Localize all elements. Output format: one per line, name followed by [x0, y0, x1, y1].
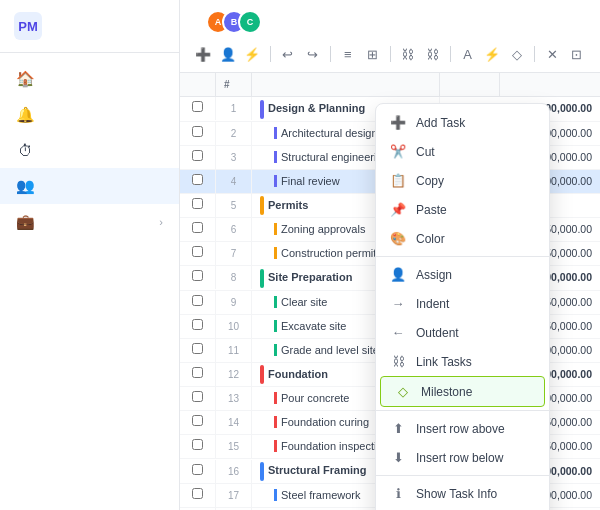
- col-checkbox: [180, 460, 216, 483]
- format-button[interactable]: ⚡: [483, 42, 502, 66]
- menu-label-link-tasks: Link Tasks: [416, 355, 472, 369]
- menu-item-add-task[interactable]: ➕ Add Task: [376, 108, 549, 137]
- sidebar-item-team[interactable]: 👥: [0, 168, 179, 204]
- col-checkbox: [180, 170, 216, 193]
- menu-item-insert-above[interactable]: ⬆ Insert row above: [376, 414, 549, 443]
- menu-item-insert-below[interactable]: ⬇ Insert row below: [376, 443, 549, 472]
- menu-label-cut: Cut: [416, 145, 435, 159]
- milestone-icon: ◇: [395, 384, 411, 399]
- menu-item-show-task-info[interactable]: ℹ Show Task Info: [376, 479, 549, 508]
- sidebar-item-portfolio[interactable]: 💼 ›: [0, 204, 179, 240]
- row-number: 1: [216, 97, 252, 120]
- col-checkbox: [180, 435, 216, 458]
- link-button-1[interactable]: ⛓: [398, 42, 417, 66]
- sidebar-item-notifications[interactable]: 🔔: [0, 97, 179, 133]
- add-task-icon: ➕: [390, 115, 406, 130]
- sidebar-item-home[interactable]: 🏠: [0, 61, 179, 97]
- main-content: A B C ➕ 👤 ⚡ ↩ ↪ ≡ ⊞ ⛓ ⛓ A ⚡ ◇ ✕ ⊡: [180, 0, 600, 510]
- col-checkbox: [180, 363, 216, 386]
- menu-label-paste: Paste: [416, 203, 447, 217]
- menu-separator-sep2: [376, 410, 549, 411]
- row-number: 3: [216, 146, 252, 169]
- col-checkbox: [180, 97, 216, 120]
- avatar-3: C: [238, 10, 262, 34]
- row-number: 8: [216, 266, 252, 289]
- row-number: 2: [216, 122, 252, 145]
- menu-label-milestone: Milestone: [421, 385, 472, 399]
- insert-below-icon: ⬇: [390, 450, 406, 465]
- sidebar: PM 🏠 🔔 ⏱ 👥 💼 ›: [0, 0, 180, 510]
- menu-item-milestone[interactable]: ◇ Milestone: [380, 376, 545, 407]
- avatar-group: A B C: [206, 10, 262, 34]
- context-menu: ➕ Add Task ✂️ Cut 📋 Copy 📌 Paste 🎨 Color…: [375, 103, 550, 510]
- col-checkbox: [180, 218, 216, 241]
- col-all: [180, 73, 216, 96]
- col-checkbox: [180, 339, 216, 362]
- row-number: 4: [216, 170, 252, 193]
- menu-label-show-task-info: Show Task Info: [416, 487, 497, 501]
- col-checkbox: [180, 484, 216, 507]
- menu-separator-sep1: [376, 256, 549, 257]
- team-icon: 👥: [16, 177, 34, 195]
- grid-view-button[interactable]: ⊞: [363, 42, 382, 66]
- show-task-info-icon: ℹ: [390, 486, 406, 501]
- row-number: 13: [216, 387, 252, 410]
- menu-label-add-task: Add Task: [416, 116, 465, 130]
- col-checkbox: [180, 291, 216, 314]
- row-number: 14: [216, 411, 252, 434]
- menu-label-copy: Copy: [416, 174, 444, 188]
- menu-separator-sep3: [376, 475, 549, 476]
- sidebar-item-time[interactable]: ⏱: [0, 133, 179, 168]
- col-spacer: [440, 73, 500, 96]
- menu-item-copy[interactable]: 📋 Copy: [376, 166, 549, 195]
- menu-label-insert-above: Insert row above: [416, 422, 505, 436]
- row-number: 7: [216, 242, 252, 265]
- row-number: 9: [216, 291, 252, 314]
- notifications-icon: 🔔: [16, 106, 34, 124]
- toolbar-separator-3: [390, 46, 391, 62]
- redo-button[interactable]: ↪: [303, 42, 322, 66]
- text-button[interactable]: A: [458, 42, 477, 66]
- add-button[interactable]: ➕: [194, 42, 213, 66]
- menu-item-color[interactable]: 🎨 Color: [376, 224, 549, 253]
- undo-button[interactable]: ↩: [279, 42, 298, 66]
- menu-item-assign[interactable]: 👤 Assign: [376, 260, 549, 289]
- row-number: 6: [216, 218, 252, 241]
- menu-item-paste[interactable]: 📌 Paste: [376, 195, 549, 224]
- menu-label-color: Color: [416, 232, 445, 246]
- paste-icon: 📌: [390, 202, 406, 217]
- insert-above-icon: ⬆: [390, 421, 406, 436]
- portfolio-icon: 💼: [16, 213, 34, 231]
- menu-label-insert-below: Insert row below: [416, 451, 503, 465]
- cut-icon: ✂️: [390, 144, 406, 159]
- diamond-button[interactable]: ◇: [507, 42, 526, 66]
- menu-label-indent: Indent: [416, 297, 449, 311]
- user-button[interactable]: 👤: [219, 42, 238, 66]
- col-num: #: [216, 73, 252, 96]
- table-header: #: [180, 73, 600, 97]
- toolbar-separator-1: [270, 46, 271, 62]
- copy-icon: 📋: [390, 173, 406, 188]
- menu-item-indent[interactable]: → Indent: [376, 289, 549, 318]
- project-title-row: A B C: [194, 10, 586, 34]
- col-checkbox: [180, 411, 216, 434]
- menu-label-outdent: Outdent: [416, 326, 459, 340]
- menu-item-cut[interactable]: ✂️ Cut: [376, 137, 549, 166]
- flash-button[interactable]: ⚡: [243, 42, 262, 66]
- link-button-2[interactable]: ⛓: [423, 42, 442, 66]
- close-button[interactable]: ✕: [543, 42, 562, 66]
- row-number: 12: [216, 363, 252, 386]
- color-icon: 🎨: [390, 231, 406, 246]
- menu-item-link-tasks[interactable]: ⛓ Link Tasks: [376, 347, 549, 376]
- menu-item-outdent[interactable]: ← Outdent: [376, 318, 549, 347]
- col-checkbox: [180, 146, 216, 169]
- list-view-button[interactable]: ≡: [338, 42, 357, 66]
- grid-button[interactable]: ⊡: [567, 42, 586, 66]
- row-number: 16: [216, 460, 252, 483]
- table-container: # 1 Design & Planning $1,300,000.00 2 Ar…: [180, 73, 600, 510]
- outdent-icon: ←: [390, 325, 406, 340]
- indent-icon: →: [390, 296, 406, 311]
- toolbar-separator-4: [450, 46, 451, 62]
- logo-icon: PM: [14, 12, 42, 40]
- row-number: 15: [216, 435, 252, 458]
